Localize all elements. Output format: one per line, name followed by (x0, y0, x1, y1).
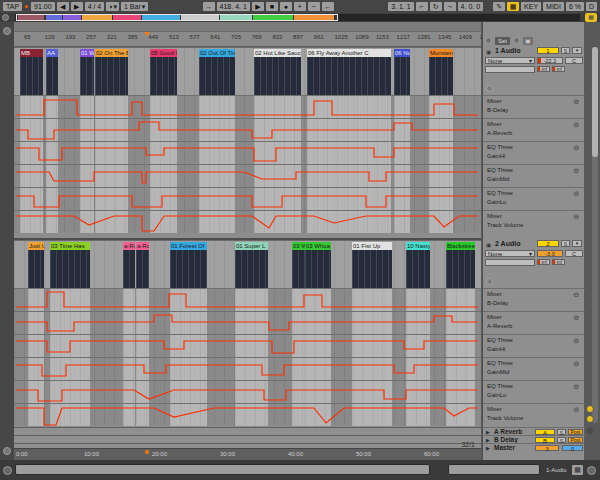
track-display[interactable]: 6512919325732138544951357764170576983389… (14, 22, 481, 460)
automation-envelope[interactable] (14, 335, 481, 358)
output-routing-chooser[interactable]: None ▾ (485, 57, 535, 64)
automation-lane-header[interactable]: MixerA-Reverb⊖ (483, 311, 585, 334)
track-activator-button[interactable]: 2 (537, 240, 559, 247)
automation-lane-header[interactable]: EQ ThreeGainMid⊖ (483, 164, 585, 187)
clip[interactable]: Just Us (28, 242, 44, 288)
master-volume-field[interactable]: 3 (535, 445, 559, 451)
unfold-track-button[interactable] (486, 278, 493, 285)
clip[interactable]: a-Ro (123, 242, 135, 288)
remove-lane-icon[interactable]: ⊖ (573, 314, 579, 321)
return-track-header-b[interactable]: ▶ B Delay B S Post (483, 435, 585, 443)
punch-in-button[interactable]: ⌐ (416, 2, 428, 11)
solo-button[interactable]: S (561, 47, 570, 54)
send-a-field[interactable]: -inf (537, 66, 550, 72)
remove-lane-icon[interactable]: ⊖ (573, 167, 579, 174)
remove-lane-icon[interactable]: ⊖ (573, 291, 579, 298)
key-map-button[interactable]: KEY (521, 2, 541, 11)
clip[interactable]: 01 Forest Of (170, 242, 207, 288)
automation-envelope[interactable] (14, 312, 481, 335)
track-name[interactable]: 2 Audio (495, 240, 520, 247)
midi-map-button[interactable]: MIDI (543, 2, 564, 11)
volume-field[interactable]: -22.2 (537, 57, 563, 64)
automation-envelope[interactable] (14, 119, 481, 142)
clip-lane[interactable]: Just Us03 Time Hasa-Roa-Ro01 Forest Of01… (14, 240, 481, 288)
remove-lane-icon[interactable]: ⊖ (573, 190, 579, 197)
clip[interactable]: 01 W (80, 49, 94, 95)
play-button[interactable]: ▶ (252, 2, 264, 11)
return-a-knob-icon[interactable] (586, 405, 594, 413)
remove-lane-icon[interactable]: ⊖ (573, 383, 579, 390)
automation-lane-header[interactable]: EQ ThreeGainHi⊖ (483, 141, 585, 164)
automation-lane[interactable] (14, 118, 481, 141)
track-activator-button[interactable]: 1 (537, 47, 559, 54)
remove-lane-icon[interactable]: ⊖ (573, 360, 579, 367)
input-routing-chooser[interactable] (485, 66, 535, 73)
clip[interactable]: 10 Nasty (406, 242, 430, 288)
return-name[interactable]: B Delay (494, 436, 518, 443)
automation-arm-button[interactable]: ~ (308, 2, 320, 11)
horizontal-scrollbar[interactable] (15, 464, 430, 475)
send-b-field[interactable]: -inf (552, 66, 565, 72)
automation-lane[interactable] (14, 403, 481, 426)
clip[interactable]: 02 Out Of Time (199, 49, 235, 95)
automation-envelope[interactable] (14, 142, 481, 165)
clip[interactable]: MB (20, 49, 43, 95)
show-browser-button[interactable] (3, 27, 11, 35)
automation-lane[interactable] (14, 288, 481, 311)
automation-lane[interactable] (14, 95, 481, 118)
quantization-menu[interactable]: 1 Bar ▾ (121, 2, 148, 11)
clip[interactable]: a-Ro (136, 242, 149, 288)
unfold-icon[interactable]: ▶ (486, 445, 490, 451)
output-routing-chooser[interactable]: None ▾ (485, 250, 535, 257)
arm-button[interactable]: ● (572, 240, 582, 247)
tempo-field[interactable]: 91.00 (31, 2, 55, 11)
unfold-track-button[interactable] (486, 85, 493, 92)
automation-lane-header[interactable]: EQ ThreeGainHi⊖ (483, 334, 585, 357)
arm-button[interactable]: ● (572, 47, 582, 54)
automation-lane[interactable] (14, 380, 481, 403)
vertical-scrollbar[interactable] (592, 47, 598, 423)
stop-button[interactable]: ■ (266, 2, 278, 11)
master-knob-icon[interactable] (586, 427, 594, 435)
master-name[interactable]: Master (494, 444, 515, 451)
clip[interactable]: 06 Fly Away Another C (307, 49, 391, 95)
automation-envelope[interactable] (14, 96, 481, 119)
clip[interactable]: Blackstreet - (446, 242, 475, 288)
remove-lane-icon[interactable]: ⊖ (573, 213, 579, 220)
solo-button[interactable]: S (561, 240, 570, 247)
show-detail-view-button[interactable] (587, 466, 596, 475)
overdub-button[interactable]: + (294, 2, 306, 11)
send-b-field[interactable]: -inf (552, 259, 565, 265)
automation-envelope[interactable] (14, 381, 481, 404)
automation-lane-header[interactable]: MixerB-Delay⊖ (483, 288, 585, 311)
re-enable-automation-button[interactable]: ← (322, 2, 334, 11)
nudge-up-button[interactable]: ▶ (71, 2, 83, 11)
loop-length-field[interactable]: 4. 0. 0 (458, 2, 483, 11)
clip[interactable]: Monsters (429, 49, 453, 95)
clip-lane[interactable]: MBAA01 W02 On The Boa05 Good Ev02 Out Of… (14, 47, 481, 95)
pan-field[interactable]: C (565, 250, 583, 257)
master-track-header[interactable]: ▶ Master 3 0 (483, 443, 585, 451)
clip[interactable]: 02 On The Boa (95, 49, 128, 95)
clip[interactable]: 03 Time Has (50, 242, 90, 288)
record-button[interactable]: ● (280, 2, 292, 11)
clip[interactable]: 06 No (394, 49, 410, 95)
automation-envelope[interactable] (14, 358, 481, 381)
remove-lane-icon[interactable]: ⊖ (573, 406, 579, 413)
automation-reset-icon[interactable] (513, 37, 520, 44)
time-signature-field[interactable]: 4 / 4 (85, 2, 105, 11)
clip[interactable]: 05 Good Ev (150, 49, 177, 95)
remove-lane-icon[interactable]: ⊖ (573, 144, 579, 151)
track-header-2[interactable]: ◉ 2 Audio 2 S ● None ▾ -3.0 C -inf -inf (483, 240, 585, 288)
return-a-lane[interactable] (14, 427, 481, 435)
track-name[interactable]: 1 Audio (495, 47, 520, 54)
clip[interactable]: 02 Hot Like Sauce (254, 49, 301, 95)
loop-button[interactable]: ↻ (430, 2, 442, 11)
nudge-down-button[interactable]: ◀ (57, 2, 69, 11)
automation-lane-header[interactable]: MixerA-Reverb⊖ (483, 118, 585, 141)
corner-badge-icon[interactable]: ▦ (585, 13, 597, 22)
send-a-field[interactable]: -inf (537, 259, 550, 265)
view-toggle-grid-icon[interactable]: ▦ (572, 465, 583, 475)
draw-mode-button[interactable]: ✎ (493, 2, 505, 11)
automation-envelope[interactable] (14, 211, 481, 234)
